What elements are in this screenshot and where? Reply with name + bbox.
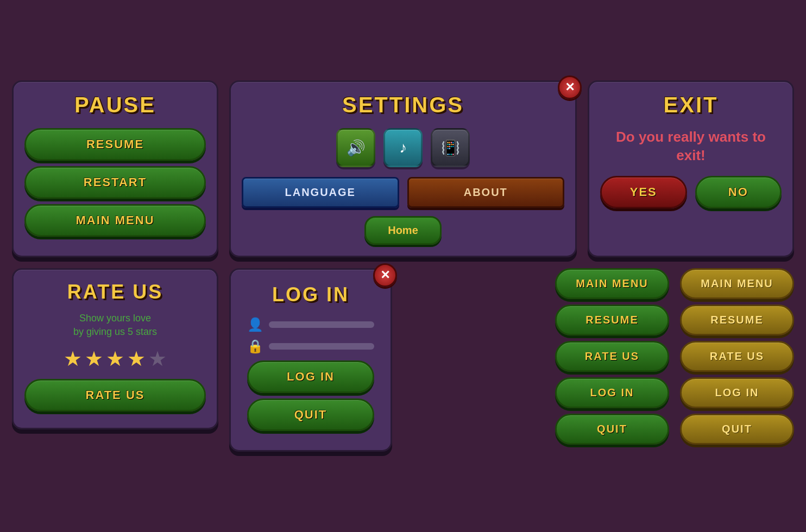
- gold-buttons-column: MAIN MENU RESUME RATE US LOG IN QUIT: [680, 268, 794, 445]
- rate-title: RATE US: [24, 281, 206, 303]
- col-gold-resume[interactable]: RESUME: [680, 305, 794, 335]
- star-3[interactable]: ★: [106, 347, 124, 371]
- rate-panel: RATE US Show yours loveby giving us 5 st…: [12, 268, 218, 429]
- col-green-rate-us[interactable]: RATE US: [555, 341, 669, 372]
- restart-button[interactable]: RESTART: [24, 166, 206, 199]
- language-button[interactable]: LANGUAGE: [242, 177, 399, 208]
- user-icon: 👤: [247, 317, 263, 332]
- password-input[interactable]: [269, 343, 374, 350]
- login-panel: ✕ LOG IN 👤 🔒 LOG IN QUIT: [229, 268, 392, 452]
- settings-close-button[interactable]: ✕: [558, 75, 582, 99]
- green-buttons-column: MAIN MENU RESUME RATE US LOG IN QUIT: [555, 268, 669, 445]
- col-gold-main-menu[interactable]: MAIN MENU: [680, 268, 794, 299]
- resume-button[interactable]: RESUME: [24, 128, 206, 161]
- exit-panel: EXIT Do you really wants to exit! YES NO: [588, 80, 794, 257]
- music-button[interactable]: ♪: [383, 128, 423, 167]
- col-green-login[interactable]: LOG IN: [555, 377, 669, 408]
- yes-button[interactable]: YES: [600, 176, 687, 208]
- lock-icon: 🔒: [247, 339, 263, 354]
- sound-icon: 🔊: [347, 139, 366, 157]
- col-gold-rate-us[interactable]: RATE US: [680, 341, 794, 372]
- music-icon: ♪: [399, 139, 407, 156]
- main-container: PAUSE RESUME RESTART MAIN MENU ✕ SETTING…: [12, 80, 794, 452]
- exit-buttons: YES NO: [600, 176, 782, 208]
- col-green-main-menu[interactable]: MAIN MENU: [555, 268, 669, 299]
- quit-button-login[interactable]: QUIT: [247, 398, 374, 431]
- rate-us-button[interactable]: RATE US: [24, 379, 206, 411]
- col-green-quit[interactable]: QUIT: [555, 414, 669, 445]
- vibrate-icon: 📳: [441, 139, 460, 157]
- col-gold-quit[interactable]: QUIT: [680, 414, 794, 445]
- settings-lang-about-row: LANGUAGE ABOUT: [242, 177, 564, 208]
- exit-title: EXIT: [600, 93, 782, 117]
- pause-title: PAUSE: [24, 93, 206, 117]
- col-gold-login[interactable]: LOG IN: [680, 377, 794, 408]
- login-close-button[interactable]: ✕: [373, 263, 397, 287]
- sound-button[interactable]: 🔊: [336, 128, 375, 167]
- stars-row: ★ ★ ★ ★ ★: [24, 347, 206, 371]
- settings-icons-row: 🔊 ♪ 📳: [242, 128, 564, 167]
- col-green-resume[interactable]: RESUME: [555, 305, 669, 335]
- login-title: LOG IN: [247, 283, 374, 306]
- bottom-row: RATE US Show yours loveby giving us 5 st…: [12, 268, 794, 452]
- password-field: 🔒: [247, 339, 374, 354]
- login-button[interactable]: LOG IN: [247, 360, 374, 393]
- username-input[interactable]: [269, 321, 374, 328]
- username-field: 👤: [247, 317, 374, 332]
- settings-title: SETTINGS: [242, 93, 564, 117]
- rate-subtitle: Show yours loveby giving us 5 stars: [24, 312, 206, 339]
- star-5[interactable]: ★: [148, 347, 167, 371]
- pause-panel: PAUSE RESUME RESTART MAIN MENU: [12, 80, 218, 257]
- settings-panel: ✕ SETTINGS 🔊 ♪ 📳 LANGUAGE ABOUT Home: [229, 80, 577, 257]
- main-menu-button-pause[interactable]: MAIN MENU: [24, 204, 206, 237]
- vibrate-button[interactable]: 📳: [431, 128, 470, 167]
- star-1[interactable]: ★: [64, 347, 82, 371]
- no-button[interactable]: NO: [695, 176, 782, 208]
- home-button[interactable]: Home: [364, 216, 442, 245]
- about-button[interactable]: ABOUT: [407, 177, 565, 208]
- star-4[interactable]: ★: [127, 347, 146, 371]
- exit-question: Do you really wants to exit!: [600, 128, 782, 165]
- star-2[interactable]: ★: [85, 347, 103, 371]
